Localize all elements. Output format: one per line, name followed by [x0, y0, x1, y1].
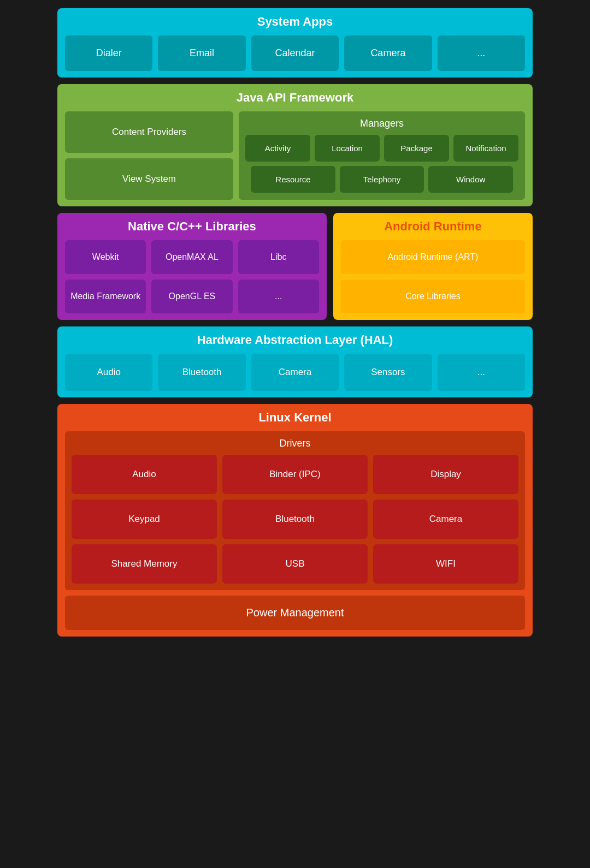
media-framework-card: Media Framework	[65, 280, 146, 313]
driver-shared-memory: Shared Memory	[72, 544, 217, 584]
webkit-card: Webkit	[65, 240, 146, 274]
driver-display: Display	[373, 455, 518, 494]
linux-kernel-layer: Linux Kernel Drivers Audio Binder (IPC) …	[57, 404, 533, 637]
hal-sensors-card: Sensors	[344, 354, 432, 391]
more-native-card: ...	[238, 280, 319, 313]
android-runtime-title: Android Runtime	[341, 219, 525, 234]
managers-row1: Activity Location Package Notification	[245, 135, 518, 162]
native-cpp-cards: Webkit OpenMAX AL Libc Media Framework O…	[65, 240, 319, 313]
opengl-card: OpenGL ES	[151, 280, 232, 313]
driver-usb: USB	[222, 544, 368, 584]
core-libraries-card: Core Libraries	[341, 280, 525, 313]
email-card: Email	[158, 35, 245, 71]
driver-bluetooth: Bluetooth	[222, 500, 368, 539]
java-api-title: Java API Framework	[65, 91, 525, 105]
view-system-card: View System	[65, 158, 233, 200]
activity-manager: Activity	[245, 135, 310, 162]
power-management: Power Management	[65, 596, 525, 630]
native-cpp-layer: Native C/C++ Libraries Webkit OpenMAX AL…	[57, 213, 327, 320]
driver-binder: Binder (IPC)	[222, 455, 368, 494]
drivers-grid: Audio Binder (IPC) Display Keypad Blueto…	[72, 455, 518, 584]
system-apps-layer: System Apps Dialer Email Calendar Camera…	[57, 8, 533, 78]
managers-row2: Resource Telephony Window	[245, 166, 518, 193]
resource-manager: Resource	[251, 166, 335, 193]
driver-keypad: Keypad	[72, 500, 217, 539]
dialer-card: Dialer	[65, 35, 152, 71]
hal-bluetooth-card: Bluetooth	[158, 354, 245, 391]
hal-camera-card: Camera	[251, 354, 339, 391]
hal-audio-card: Audio	[65, 354, 152, 391]
calendar-card: Calendar	[251, 35, 339, 71]
telephony-manager: Telephony	[340, 166, 424, 193]
linux-kernel-title: Linux Kernel	[65, 411, 525, 425]
managers-title: Managers	[245, 118, 518, 129]
android-runtime-layer: Android Runtime Android Runtime (ART) Co…	[333, 213, 533, 320]
libc-card: Libc	[238, 240, 319, 274]
java-api-content: Content Providers View System Managers A…	[65, 111, 525, 200]
driver-audio: Audio	[72, 455, 217, 494]
system-apps-title: System Apps	[65, 15, 525, 29]
camera-card: Camera	[344, 35, 432, 71]
driver-camera: Camera	[373, 500, 518, 539]
content-providers-card: Content Providers	[65, 111, 233, 153]
driver-wifi: WIFI	[373, 544, 518, 584]
managers-section: Managers Activity Location Package Notif…	[239, 111, 525, 200]
notification-manager: Notification	[453, 135, 518, 162]
window-manager: Window	[428, 166, 513, 193]
hal-more-card: ...	[438, 354, 525, 391]
hal-title: Hardware Abstraction Layer (HAL)	[65, 333, 525, 347]
art-card: Android Runtime (ART)	[341, 240, 525, 274]
android-architecture-diagram: System Apps Dialer Email Calendar Camera…	[49, 0, 541, 645]
native-cpp-title: Native C/C++ Libraries	[65, 219, 319, 234]
system-apps-cards: Dialer Email Calendar Camera ...	[65, 35, 525, 71]
java-api-layer: Java API Framework Content Providers Vie…	[57, 84, 533, 206]
openmax-card: OpenMAX AL	[151, 240, 232, 274]
drivers-section: Drivers Audio Binder (IPC) Display Keypa…	[65, 431, 525, 590]
android-runtime-cards: Android Runtime (ART) Core Libraries	[341, 240, 525, 313]
hal-layer: Hardware Abstraction Layer (HAL) Audio B…	[57, 326, 533, 397]
native-runtime-row: Native C/C++ Libraries Webkit OpenMAX AL…	[57, 213, 533, 320]
java-api-left: Content Providers View System	[65, 111, 233, 200]
location-manager: Location	[315, 135, 380, 162]
drivers-title: Drivers	[72, 438, 518, 449]
package-manager: Package	[384, 135, 449, 162]
more-apps-card: ...	[438, 35, 525, 71]
hal-cards: Audio Bluetooth Camera Sensors ...	[65, 354, 525, 391]
